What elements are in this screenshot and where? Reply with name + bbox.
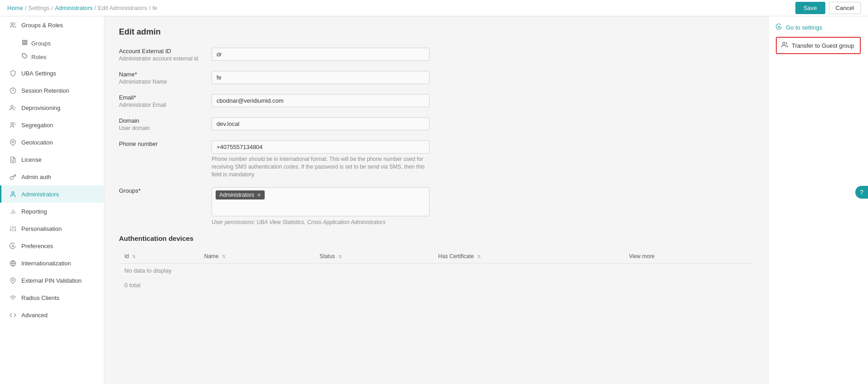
phone-input[interactable] bbox=[212, 140, 429, 154]
breadcrumb: Home / Settings / Administrators / Edit … bbox=[7, 5, 157, 11]
svg-rect-4 bbox=[25, 43, 27, 45]
svg-rect-2 bbox=[25, 40, 27, 42]
sidebar-label: Preferences bbox=[21, 243, 53, 249]
help-button[interactable]: ? bbox=[855, 186, 868, 199]
sidebar-item-groups-roles[interactable]: Groups & Roles bbox=[0, 16, 104, 34]
transfer-label: Transfer to Guest group bbox=[792, 42, 854, 49]
form-row-account-external-id: Account External ID Administrator accoun… bbox=[119, 48, 754, 62]
sidebar-label: Groups bbox=[31, 40, 51, 47]
sidebar-label: External PIN Validation bbox=[21, 277, 82, 284]
svg-rect-3 bbox=[23, 43, 25, 45]
sidebar-item-personalisation[interactable]: Personalisation bbox=[0, 220, 104, 237]
sidebar-item-license[interactable]: License bbox=[0, 151, 104, 168]
breadcrumb-edit: Edit Administrators bbox=[98, 5, 147, 11]
form-row-name: Name* Administrator Name bbox=[119, 71, 754, 85]
main-content: Edit admin Account External ID Administr… bbox=[104, 16, 768, 384]
svg-point-27 bbox=[12, 245, 14, 247]
sidebar-label: Roles bbox=[31, 54, 46, 60]
breadcrumb-home[interactable]: Home bbox=[7, 5, 23, 11]
svg-point-9 bbox=[11, 122, 13, 125]
sidebar-item-radius-clients[interactable]: Radius Clients bbox=[0, 289, 104, 306]
sidebar-item-advanced[interactable]: Advanced bbox=[0, 306, 104, 324]
domain-label: Domain bbox=[119, 117, 201, 124]
name-input[interactable] bbox=[212, 71, 429, 84]
sidebar-item-administrators[interactable]: Administrators bbox=[0, 185, 104, 203]
sidebar-label: Radius Clients bbox=[21, 294, 59, 301]
sidebar-item-reporting[interactable]: Reporting bbox=[0, 203, 104, 220]
sidebar-label: Internationalization bbox=[21, 260, 71, 267]
auth-devices-title: Authentication devices bbox=[119, 234, 754, 242]
breadcrumb-administrators[interactable]: Administrators bbox=[55, 5, 93, 11]
svg-point-11 bbox=[12, 141, 14, 143]
account-external-id-input[interactable] bbox=[212, 48, 429, 61]
domain-input[interactable] bbox=[212, 117, 429, 130]
sidebar-item-geolocation[interactable]: Geolocation bbox=[0, 134, 104, 151]
svg-point-14 bbox=[12, 191, 14, 194]
sidebar-label: Admin auth bbox=[21, 174, 51, 180]
svg-point-10 bbox=[13, 122, 15, 125]
svg-point-30 bbox=[12, 279, 14, 281]
sidebar-item-segregation[interactable]: Segregation bbox=[0, 116, 104, 134]
sidebar-label: License bbox=[21, 156, 42, 163]
tag-icon bbox=[22, 53, 28, 60]
sidebar-label: Advanced bbox=[21, 312, 48, 319]
sidebar-item-roles[interactable]: Roles bbox=[18, 50, 97, 64]
sidebar-item-external-pin[interactable]: External PIN Validation bbox=[0, 272, 104, 289]
sidebar-item-internationalization[interactable]: Internationalization bbox=[0, 254, 104, 272]
user-minus-icon bbox=[9, 104, 17, 112]
groups-input[interactable]: Administrators ✕ bbox=[212, 187, 429, 216]
groups-label: Groups* bbox=[119, 187, 201, 194]
col-status[interactable]: Status ⇅ bbox=[314, 249, 433, 264]
main-layout: Groups & Roles Groups Roles UBA Settings bbox=[0, 16, 868, 384]
clock-icon bbox=[9, 86, 17, 95]
group-tag-administrators: Administrators ✕ bbox=[216, 190, 265, 199]
col-name[interactable]: Name ⇅ bbox=[199, 249, 314, 264]
table-row-no-data: No data to display bbox=[119, 264, 754, 278]
sort-icon-certificate: ⇅ bbox=[477, 254, 481, 259]
svg-point-32 bbox=[778, 26, 780, 28]
sidebar: Groups & Roles Groups Roles UBA Settings bbox=[0, 16, 104, 384]
sidebar-label: Session Retention bbox=[21, 87, 69, 94]
user-permissions: User permissions: UBA View Statistics, C… bbox=[212, 219, 429, 225]
group-tag-label: Administrators bbox=[219, 192, 254, 198]
email-input[interactable] bbox=[212, 94, 429, 107]
sidebar-item-uba-settings[interactable]: UBA Settings bbox=[0, 65, 104, 82]
save-button[interactable]: Save bbox=[795, 2, 825, 14]
sidebar-label: Personalisation bbox=[21, 225, 62, 232]
total-text: 0 total bbox=[119, 278, 754, 293]
sliders-icon bbox=[9, 224, 17, 233]
sidebar-item-session-retention[interactable]: Session Retention bbox=[0, 82, 104, 99]
col-certificate[interactable]: Has Certificate ⇅ bbox=[433, 249, 623, 264]
sidebar-item-preferences[interactable]: Preferences bbox=[0, 237, 104, 254]
sidebar-label: UBA Settings bbox=[21, 70, 56, 77]
sidebar-item-admin-auth[interactable]: Admin auth bbox=[0, 168, 104, 185]
col-view-more: View more bbox=[623, 249, 754, 264]
breadcrumb-current: fe bbox=[153, 5, 158, 11]
sidebar-item-groups[interactable]: Groups bbox=[18, 36, 97, 50]
svg-point-33 bbox=[783, 42, 785, 45]
form-row-domain: Domain User domain bbox=[119, 117, 754, 131]
file-text-icon bbox=[9, 155, 17, 164]
segregation-icon bbox=[9, 121, 17, 129]
sidebar-label: Deprovisioning bbox=[21, 105, 60, 111]
grid-icon bbox=[22, 40, 28, 47]
page-title: Edit admin bbox=[119, 27, 754, 37]
map-pin-icon bbox=[9, 138, 17, 146]
email-label: Email* bbox=[119, 94, 201, 101]
form-row-phone: Phone number Phone number should be in i… bbox=[119, 140, 754, 178]
code-icon bbox=[9, 311, 17, 319]
email-sublabel: Administrator Email bbox=[119, 102, 201, 108]
go-to-settings-link[interactable]: Go to settings bbox=[776, 24, 861, 31]
sidebar-item-deprovisioning[interactable]: Deprovisioning bbox=[0, 99, 104, 116]
cancel-button[interactable]: Cancel bbox=[829, 2, 861, 14]
breadcrumb-settings: Settings bbox=[28, 5, 49, 11]
form-row-email: Email* Administrator Email bbox=[119, 94, 754, 108]
form-row-groups: Groups* Administrators ✕ User permission… bbox=[119, 187, 754, 225]
users-icon bbox=[9, 21, 17, 29]
help-icon: ? bbox=[860, 189, 863, 196]
transfer-to-guest-button[interactable]: Transfer to Guest group bbox=[776, 37, 861, 54]
col-id[interactable]: Id ⇅ bbox=[119, 249, 199, 264]
go-to-settings-label: Go to settings bbox=[786, 24, 822, 31]
bar-chart-icon bbox=[9, 207, 17, 215]
group-tag-remove[interactable]: ✕ bbox=[257, 192, 261, 198]
